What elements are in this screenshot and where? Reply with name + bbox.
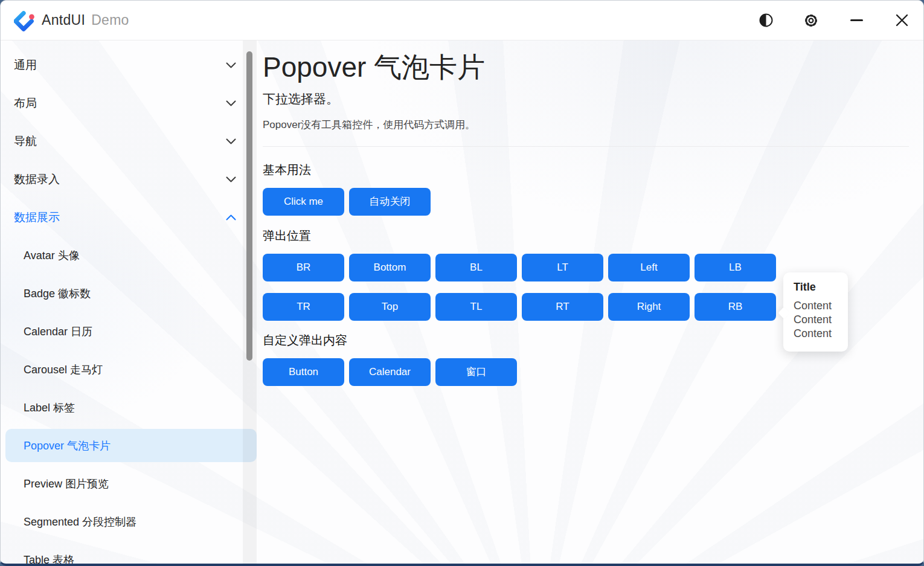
minimize-icon: [850, 19, 863, 21]
chevron-up-icon: [226, 214, 236, 220]
placement-tr-button[interactable]: TR: [263, 293, 344, 321]
click-me-button[interactable]: Click me: [263, 188, 344, 216]
app-window: AntdUIDemo 通: [0, 0, 924, 566]
sidebar-item-popover[interactable]: Popover 气泡卡片: [1, 426, 257, 465]
close-button[interactable]: [894, 13, 909, 28]
sidebar-item-table[interactable]: Table 表格: [1, 541, 257, 564]
close-icon: [896, 14, 908, 27]
divider: [263, 146, 909, 147]
section-heading-placement: 弹出位置: [263, 228, 909, 244]
chevron-down-icon: [226, 138, 236, 144]
sidebar-group-general[interactable]: 通用: [1, 46, 257, 84]
section-heading-basic: 基本用法: [263, 162, 909, 178]
app-title: AntdUIDemo: [42, 12, 129, 28]
app-mode: Demo: [91, 12, 129, 28]
sidebar-item-label[interactable]: Label 标签: [1, 388, 257, 426]
placement-rt-button[interactable]: RT: [522, 293, 603, 321]
page-subtitle: 下拉选择器。: [263, 91, 909, 108]
sidebar-scrollbar-track[interactable]: [243, 40, 257, 564]
placement-rb-button[interactable]: RB: [695, 293, 776, 321]
sidebar-item-preview[interactable]: Preview 图片预览: [1, 465, 257, 503]
sidebar-group-data-display[interactable]: 数据展示: [1, 198, 257, 236]
auto-close-button[interactable]: 自动关闭: [349, 188, 431, 216]
sidebar-item-badge[interactable]: Badge 徽标数: [1, 274, 257, 312]
popover-content-line: Content: [794, 327, 848, 341]
sidebar-item-label: Segmented 分段控制器: [24, 515, 136, 529]
sidebar-scrollbar-thumb[interactable]: [246, 51, 252, 361]
custom-window-button[interactable]: 窗口: [435, 358, 517, 386]
theme-toggle-button[interactable]: [759, 13, 773, 28]
placement-br-button[interactable]: BR: [263, 254, 344, 281]
sidebar-item-label: Preview 图片预览: [24, 477, 109, 491]
placement-tl-button[interactable]: TL: [435, 293, 517, 321]
sidebar-item-label: Carousel 走马灯: [24, 362, 103, 377]
placement-lb-button[interactable]: LB: [695, 254, 776, 281]
popover-content-line: Content: [794, 313, 848, 327]
sidebar-item-avatar[interactable]: Avatar 头像: [1, 236, 257, 274]
sidebar-group-navigation[interactable]: 导航: [1, 122, 257, 160]
sidebar-group-data-entry[interactable]: 数据录入: [1, 160, 257, 198]
page-title: Popover 气泡卡片: [263, 50, 909, 85]
sidebar-item-label: Popover 气泡卡片: [24, 439, 111, 453]
custom-button-button[interactable]: Button: [263, 358, 344, 386]
placement-lt-button[interactable]: LT: [522, 254, 603, 281]
chevron-down-icon: [226, 62, 236, 68]
minimize-button[interactable]: [849, 13, 864, 28]
sidebar-item-calendar[interactable]: Calendar 日历: [1, 312, 257, 350]
sidebar-item-label: Label 标签: [24, 400, 75, 415]
popover-card: Title Content Content Content: [783, 272, 848, 352]
sidebar-group-label: 导航: [14, 133, 37, 149]
chevron-down-icon: [226, 100, 236, 106]
placement-right-button[interactable]: Right: [608, 293, 690, 321]
popover-title: Title: [794, 281, 848, 294]
sidebar-item-label: Badge 徽标数: [24, 286, 91, 301]
popover-content-line: Content: [794, 299, 848, 313]
placement-left-button[interactable]: Left: [608, 254, 690, 281]
sidebar-group-label: 数据展示: [14, 210, 60, 225]
sidebar-group-label: 通用: [14, 57, 37, 73]
sidebar-item-carousel[interactable]: Carousel 走马灯: [1, 350, 257, 388]
titlebar: AntdUIDemo: [1, 1, 923, 40]
placement-bl-button[interactable]: BL: [435, 254, 517, 281]
app-name: AntdUI: [42, 12, 85, 28]
custom-button-row: Button Calendar 窗口: [263, 358, 909, 386]
sidebar-item-label: Table 表格: [24, 553, 74, 564]
sidebar-group-label: 布局: [14, 95, 37, 111]
basic-button-row: Click me 自动关闭: [263, 188, 909, 216]
custom-calendar-button[interactable]: Calendar: [349, 358, 431, 386]
chevron-down-icon: [226, 176, 236, 182]
page-description: Popover没有工具箱控件，使用代码方式调用。: [263, 118, 909, 132]
settings-button[interactable]: [804, 13, 818, 28]
half-circle-theme-icon: [759, 13, 773, 27]
sidebar: 通用 布局 导航 数据录入: [1, 40, 257, 564]
antdui-logo-icon: [14, 9, 34, 32]
placement-bottom-button[interactable]: Bottom: [349, 254, 431, 281]
gear-icon: [804, 13, 818, 28]
sidebar-item-segmented[interactable]: Segmented 分段控制器: [1, 503, 257, 541]
sidebar-item-label: Calendar 日历: [24, 324, 92, 339]
sidebar-item-label: Avatar 头像: [24, 248, 80, 263]
sidebar-group-label: 数据录入: [14, 172, 60, 187]
placement-top-button[interactable]: Top: [349, 293, 431, 321]
sidebar-group-layout[interactable]: 布局: [1, 84, 257, 122]
